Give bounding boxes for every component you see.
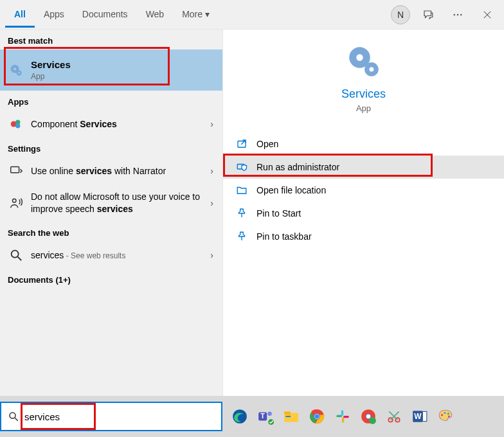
shield-icon xyxy=(236,161,248,173)
component-icon xyxy=(9,117,23,131)
svg-rect-39 xyxy=(343,416,349,418)
taskbar-chrome2-icon[interactable] xyxy=(357,406,379,427)
action-label: Pin to taskbar xyxy=(256,231,312,242)
taskbar-slack-icon[interactable] xyxy=(332,406,354,427)
svg-point-42 xyxy=(366,415,371,419)
taskbar-teams-icon[interactable]: T xyxy=(255,406,276,427)
more-icon[interactable] xyxy=(446,3,469,26)
svg-point-28 xyxy=(268,419,274,425)
svg-point-8 xyxy=(18,73,20,75)
action-label: Pin to Start xyxy=(256,208,301,219)
detail-subtitle: App xyxy=(223,103,504,113)
result-label: Use online services with Narrator xyxy=(31,165,203,177)
svg-point-49 xyxy=(441,414,443,416)
result-speech-services[interactable]: Do not allow Microsoft to use your voice… xyxy=(0,184,222,222)
action-open-location[interactable]: Open file location xyxy=(223,179,504,202)
open-icon xyxy=(236,138,248,150)
svg-rect-31 xyxy=(285,416,291,417)
taskbar-word-icon[interactable]: W xyxy=(409,406,431,427)
svg-rect-12 xyxy=(11,167,19,173)
result-title: Services xyxy=(31,58,213,71)
svg-text:T: T xyxy=(260,412,265,420)
svg-point-2 xyxy=(460,13,462,15)
svg-point-0 xyxy=(454,13,455,15)
chevron-down-icon: ▾ xyxy=(205,9,210,19)
folder-icon xyxy=(236,184,248,196)
chevron-right-icon: › xyxy=(210,198,213,208)
section-search-web: Search the web xyxy=(0,222,222,242)
svg-point-43 xyxy=(369,417,376,424)
chevron-right-icon: › xyxy=(210,119,213,129)
search-icon xyxy=(9,248,23,262)
search-input[interactable] xyxy=(24,411,215,422)
result-label: services - See web results xyxy=(31,249,203,262)
result-label: Do not allow Microsoft to use your voice… xyxy=(31,191,203,215)
svg-point-1 xyxy=(457,13,458,15)
svg-point-19 xyxy=(369,67,374,71)
result-component-services[interactable]: Component Services › xyxy=(0,111,222,138)
taskbar-explorer-icon[interactable] xyxy=(280,406,302,427)
svg-rect-37 xyxy=(336,415,342,417)
svg-point-50 xyxy=(444,412,446,414)
monitor-icon xyxy=(9,164,23,178)
svg-point-6 xyxy=(14,67,16,70)
taskbar: T W xyxy=(0,396,504,437)
svg-line-15 xyxy=(18,257,22,261)
detail-title: Services xyxy=(223,87,504,101)
detail-panel: Services App Open Run as administrator O… xyxy=(222,30,504,396)
search-icon xyxy=(8,411,19,422)
avatar[interactable]: N xyxy=(391,5,410,24)
tab-more[interactable]: More ▾ xyxy=(173,1,219,28)
svg-point-22 xyxy=(10,413,15,418)
action-label: Open file location xyxy=(256,185,326,195)
filter-tabs: All Apps Documents Web More ▾ N xyxy=(0,0,504,30)
result-web-services[interactable]: services - See web results › xyxy=(0,242,222,269)
tab-web[interactable]: Web xyxy=(137,1,174,28)
result-subtitle: App xyxy=(31,71,213,82)
svg-rect-38 xyxy=(342,417,344,423)
svg-point-52 xyxy=(448,415,450,417)
svg-point-27 xyxy=(267,411,272,416)
action-run-admin[interactable]: Run as administrator xyxy=(223,156,504,179)
svg-rect-30 xyxy=(284,411,291,414)
results-panel: Best match Services App Apps Component S… xyxy=(0,30,222,396)
tab-documents[interactable]: Documents xyxy=(73,1,137,28)
gear-icon xyxy=(9,63,23,77)
section-apps: Apps xyxy=(0,91,222,111)
pin-icon xyxy=(236,208,248,219)
taskbar-chrome-icon[interactable] xyxy=(306,406,328,427)
action-open[interactable]: Open xyxy=(223,132,504,156)
chevron-right-icon: › xyxy=(210,166,213,176)
result-narrator-services[interactable]: Use online services with Narrator › xyxy=(0,157,222,184)
section-settings: Settings xyxy=(0,138,222,157)
chevron-right-icon: › xyxy=(210,250,213,260)
action-pin-taskbar[interactable]: Pin to taskbar xyxy=(223,225,504,248)
svg-point-14 xyxy=(12,251,19,258)
taskbar-snip-icon[interactable] xyxy=(383,406,405,427)
best-match-services[interactable]: Services App xyxy=(0,49,222,91)
svg-point-51 xyxy=(447,413,449,415)
section-documents: Documents (1+) xyxy=(0,269,222,289)
feedback-icon[interactable] xyxy=(417,3,440,26)
pin-icon xyxy=(236,231,248,242)
svg-point-11 xyxy=(15,124,20,129)
section-best-match: Best match xyxy=(0,30,222,49)
svg-rect-36 xyxy=(341,410,343,416)
action-pin-start[interactable]: Pin to Start xyxy=(223,202,504,225)
action-label: Run as administrator xyxy=(256,162,339,172)
svg-rect-48 xyxy=(422,411,427,421)
tab-all[interactable]: All xyxy=(5,1,35,28)
svg-text:W: W xyxy=(414,412,422,421)
svg-line-23 xyxy=(15,418,18,421)
person-voice-icon xyxy=(9,196,23,210)
svg-point-13 xyxy=(13,199,17,203)
action-label: Open xyxy=(256,139,278,149)
tab-apps[interactable]: Apps xyxy=(35,1,73,28)
search-box[interactable] xyxy=(0,402,222,431)
result-label: Component Services xyxy=(31,118,203,130)
close-icon[interactable] xyxy=(476,3,499,26)
taskbar-edge-icon[interactable] xyxy=(229,406,251,427)
gear-icon xyxy=(347,45,381,78)
svg-point-17 xyxy=(356,54,363,60)
taskbar-paint-icon[interactable] xyxy=(435,406,456,427)
